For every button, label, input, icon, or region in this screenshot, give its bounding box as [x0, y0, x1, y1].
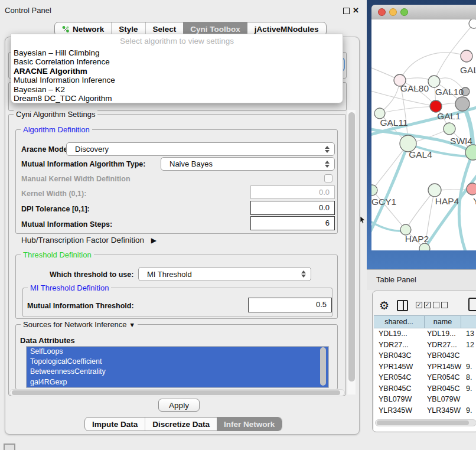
- minimize-window-icon[interactable]: [389, 8, 397, 16]
- table-row[interactable]: YBR045CYBR045C9.: [374, 383, 476, 394]
- table-cell: YBR045C: [374, 384, 425, 393]
- network-node-swi4[interactable]: [465, 145, 476, 160]
- network-edge: [459, 152, 473, 250]
- column-header[interactable]: shared...: [374, 315, 425, 328]
- control-panel-titlebar: [0, 0, 366, 19]
- close-panel-icon[interactable]: ✕: [353, 6, 359, 15]
- algorithm-option[interactable]: Dream8 DC_TDC Algorithm: [11, 94, 343, 103]
- which-threshold-value: MI Threshold: [139, 270, 299, 279]
- algorithm-list: Bayesian – Hill ClimbingBasic Correlatio…: [11, 48, 343, 103]
- data-attribute-item[interactable]: BetweennessCentrality: [27, 367, 328, 377]
- table-cell: YIL052C: [425, 417, 461, 418]
- table-cell: YDL19...: [425, 330, 461, 338]
- stepper-icon: [322, 146, 334, 153]
- network-node[interactable]: [419, 243, 430, 250]
- table-cell: YBL079W: [425, 395, 461, 403]
- data-attribute-item[interactable]: TopologicalCoefficient: [27, 357, 328, 367]
- table-cell: YER054C: [374, 373, 425, 381]
- aracne-mode-value: Discovery: [67, 145, 322, 154]
- network-node-gal10[interactable]: [428, 76, 440, 87]
- table-cell: 12: [461, 341, 476, 349]
- network-window-titlebar[interactable]: [371, 5, 476, 20]
- manual-kernel-checkbox[interactable]: [324, 174, 332, 182]
- network-node-hap4[interactable]: [428, 184, 441, 197]
- algorithm-option[interactable]: ARACNE Algorithm: [11, 67, 343, 76]
- network-node-gal1[interactable]: [444, 123, 455, 135]
- float-window-icon[interactable]: [343, 8, 350, 14]
- mi-threshold-label: Mutual Information Threshold:: [27, 302, 134, 310]
- network-node[interactable]: [430, 100, 442, 112]
- table-row[interactable]: YER054CYER054C8.: [374, 372, 476, 383]
- aracne-mode-combo[interactable]: Discovery: [66, 142, 335, 156]
- network-edge: [406, 190, 435, 230]
- algorithm-definition-title: Algorithm Definition: [21, 125, 92, 134]
- network-node-gcy1[interactable]: [371, 185, 377, 195]
- node-label: SWI4: [450, 136, 472, 146]
- tab-infer-network[interactable]: Infer Network: [217, 418, 282, 431]
- table-row[interactable]: YBR043CYBR043C: [374, 350, 476, 361]
- table-row[interactable]: YPR145WYPR145W9.: [374, 361, 476, 373]
- table-cell: YBR045C: [425, 384, 461, 393]
- table-rows: YDL19...YDL19...13YDR27...YDR27...12YBR0…: [374, 328, 476, 418]
- network-view[interactable]: GALGAL80GAL10GAL11GAL1SWI4GAL4GCY1HAP4YH…: [371, 19, 476, 250]
- table-row[interactable]: YBL079WYBL079W: [374, 394, 476, 405]
- cyni-settings-title: Cyni Algorithm Settings: [14, 110, 97, 119]
- algorithm-option[interactable]: Mutual Information Inference: [11, 76, 343, 84]
- control-panel-title: Control Panel: [5, 6, 51, 15]
- hub-definition-expander[interactable]: Hub/Transcription Factor Definition ▶: [21, 236, 157, 244]
- table-cell: YBR043C: [425, 351, 461, 360]
- apply-button[interactable]: Apply: [158, 399, 200, 412]
- mi-steps-field[interactable]: 6: [250, 216, 335, 230]
- export-table-icon[interactable]: [468, 298, 476, 311]
- table-cell: YDR27...: [425, 341, 461, 349]
- collapse-down-icon: ▼: [129, 321, 135, 328]
- data-attribute-item[interactable]: gal4RGexp: [27, 377, 328, 387]
- kernel-width-field[interactable]: 0.0: [250, 185, 335, 199]
- split-columns-icon[interactable]: [397, 300, 408, 311]
- node-label: GAL10: [435, 87, 464, 97]
- deselect-all-columns-icon[interactable]: [433, 302, 448, 308]
- table-cell: 9.: [461, 363, 476, 371]
- sources-group-title[interactable]: Sources for Network Inference ▼: [21, 320, 138, 329]
- algorithm-option[interactable]: Bayesian – K2: [11, 85, 343, 94]
- select-all-columns-icon[interactable]: ✓ ✓: [416, 302, 431, 308]
- tab-impute-data[interactable]: Impute Data: [85, 418, 145, 431]
- algorithm-option[interactable]: Bayesian – Hill Climbing: [11, 48, 343, 57]
- table-settings-gear-icon[interactable]: ⚙: [379, 299, 389, 312]
- node-label: GCY1: [371, 197, 396, 207]
- hub-definition-label: Hub/Transcription Factor Definition: [21, 236, 144, 244]
- table-row[interactable]: YDR27...YDR27...12: [374, 340, 476, 351]
- table-cell: YER054C: [425, 373, 461, 381]
- settings-horizontal-scrollbar[interactable]: [9, 389, 345, 396]
- zoom-window-icon[interactable]: [400, 8, 408, 16]
- bottom-left-partial-icon[interactable]: [4, 444, 15, 450]
- mi-threshold-field[interactable]: 0.5: [248, 298, 332, 312]
- column-header[interactable]: name: [425, 315, 461, 328]
- network-node-y[interactable]: [467, 183, 476, 195]
- which-threshold-combo[interactable]: MI Threshold: [138, 267, 311, 281]
- table-row[interactable]: YIL052CYIL052C9: [374, 416, 476, 418]
- table-cell: YPR145W: [374, 363, 425, 371]
- table-row[interactable]: YLR345WYLR345W9.: [374, 405, 476, 416]
- tab-label: jActiveMNodules: [255, 25, 319, 34]
- network-node[interactable]: [469, 19, 476, 28]
- table-row[interactable]: YDL19...YDL19...13: [374, 328, 476, 340]
- table-horizontal-scrollbar[interactable]: [375, 419, 476, 426]
- network-node-gal[interactable]: [461, 50, 472, 62]
- data-attribute-item[interactable]: SelfLoops: [27, 347, 328, 357]
- node-label: GAL: [460, 65, 476, 75]
- algorithm-option[interactable]: Basic Correlation Inference: [11, 57, 343, 66]
- node-label: HAP2: [405, 234, 429, 244]
- close-window-icon[interactable]: [378, 8, 386, 16]
- network-edge: [422, 168, 476, 250]
- dpi-tolerance-field[interactable]: 0.0: [250, 201, 335, 215]
- network-node[interactable]: [455, 97, 470, 111]
- list-scrollbar[interactable]: [319, 347, 327, 386]
- settings-vertical-scrollbar[interactable]: [347, 110, 356, 394]
- table-cell: 9.: [461, 384, 476, 393]
- tab-discretize-data[interactable]: Discretize Data: [145, 418, 217, 431]
- table-cell: YDL19...: [374, 330, 425, 338]
- column-header[interactable]: [461, 315, 476, 328]
- mi-type-combo[interactable]: Naive Bayes: [161, 157, 335, 171]
- node-label: GAL1: [437, 111, 461, 121]
